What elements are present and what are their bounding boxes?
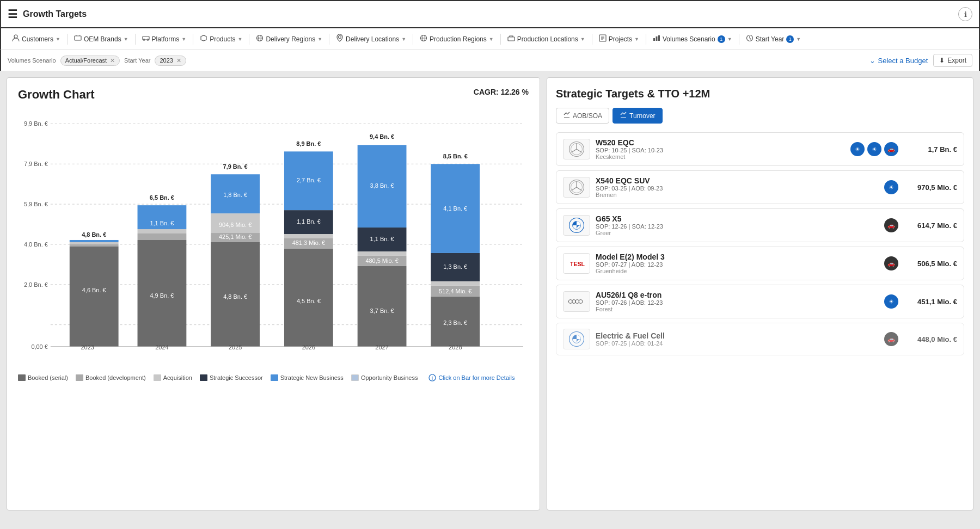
card-sop-efc: SOP: 07-25 | AOB: 01-24 — [596, 340, 879, 347]
legend-label-serial: Booked (serial) — [28, 374, 68, 381]
svg-line-80 — [572, 149, 577, 152]
filter-oem-brands[interactable]: OEM Brands ▼ — [70, 32, 133, 46]
chevron-down-icon: ▼ — [634, 36, 639, 42]
turnover-icon — [620, 111, 627, 120]
svg-rect-19 — [658, 35, 660, 41]
production-regions-icon — [420, 34, 427, 44]
card-sop-w520: SOP: 10-25 | SOA: 10-23 — [596, 147, 845, 153]
legend-label-successor: Strategic Successor — [210, 374, 263, 381]
legend-booked-serial: Booked (serial) — [18, 374, 68, 381]
divider — [592, 34, 592, 45]
bar-2023-blue[interactable] — [70, 240, 119, 242]
filter-delivery-locations[interactable]: Delivery Locations ▼ — [332, 32, 411, 46]
svg-text:5,9 Bn. €: 5,9 Bn. € — [24, 201, 48, 207]
svg-text:2028: 2028 — [449, 344, 462, 350]
card-model-w520: W520 EQC — [596, 138, 845, 147]
svg-text:425,1 Mio. €: 425,1 Mio. € — [219, 233, 252, 240]
targets-panel: Strategic Targets & TTO +12M AOB/SOA Tur… — [547, 77, 973, 510]
target-card-w520[interactable]: W520 EQC SOP: 10-25 | SOA: 10-23 Kecskem… — [556, 132, 964, 166]
start-year-tag[interactable]: 2023 ✕ — [155, 56, 186, 66]
filter-production-regions-label: Production Regions — [430, 35, 487, 43]
chevron-down-icon: ▼ — [238, 36, 243, 42]
card-info-model3: Model E(2) Model 3 SOP: 07-27 | AOB: 12-… — [596, 253, 879, 274]
svg-text:2024: 2024 — [155, 344, 168, 350]
app-header: ☰ Growth Targets ℹ — [0, 0, 980, 28]
filter-products[interactable]: Products ▼ — [195, 32, 247, 46]
info-button[interactable]: ℹ — [958, 7, 972, 21]
card-value-efc: 448,0 Mio. € — [908, 335, 957, 343]
legend-swatch-new — [271, 374, 278, 381]
bmw-logo-g65 — [563, 215, 590, 236]
legend-swatch-serial — [18, 374, 26, 381]
chart-title: Growth Chart — [18, 88, 95, 102]
card-icons-x540: ☀ — [884, 180, 898, 194]
app-title: Growth Targets — [23, 9, 87, 19]
volumes-scenario-tag[interactable]: Actual/Forecast ✕ — [60, 56, 120, 66]
remove-volumes-scenario[interactable]: ✕ — [110, 57, 115, 64]
target-card-efc[interactable]: Electric & Fuel Cell SOP: 07-25 | AOB: 0… — [556, 323, 964, 355]
filter-start-year[interactable]: Start Year 1 ▼ — [742, 32, 806, 46]
tesla-logo: TESLA — [563, 253, 590, 274]
svg-text:1,1 Bn. €: 1,1 Bn. € — [150, 220, 174, 226]
filter-delivery-regions[interactable]: Delivery Regions ▼ — [252, 32, 327, 46]
svg-text:4,8 Bn. €: 4,8 Bn. € — [82, 231, 106, 238]
card-info-w520: W520 EQC SOP: 10-25 | SOA: 10-23 Kecskem… — [596, 138, 845, 160]
card-value-g65: 614,7 Mio. € — [908, 222, 957, 230]
remove-start-year[interactable]: ✕ — [176, 57, 181, 64]
bar-2026-acq[interactable] — [284, 234, 333, 238]
chevron-down-icon: ▼ — [401, 36, 406, 42]
svg-text:480,5 Mio. €: 480,5 Mio. € — [365, 257, 398, 264]
card-model-efc: Electric & Fuel Cell — [596, 331, 879, 340]
filter-customers[interactable]: Customers ▼ — [8, 32, 65, 46]
projects-icon — [599, 34, 607, 44]
bar-2023-serial[interactable] — [70, 247, 119, 347]
delivery-regions-icon — [256, 34, 264, 44]
target-card-x540[interactable]: X540 EQC SUV SOP: 03-25 | AOB: 09-23 Bre… — [556, 170, 964, 204]
car-icon-g65: 🚗 — [884, 218, 898, 232]
chevron-down-icon: ▼ — [56, 36, 60, 42]
svg-text:1,3 Bn. €: 1,3 Bn. € — [443, 263, 467, 270]
bar-2024-dev[interactable] — [138, 233, 187, 240]
filter-platforms[interactable]: Platforms ▼ — [138, 32, 191, 46]
svg-text:0,00 €: 0,00 € — [31, 343, 48, 350]
oem-icon — [74, 34, 82, 44]
sun-icon-q8: ☀ — [884, 294, 898, 309]
legend-label-acq: Acquisition — [163, 374, 192, 381]
filter-production-locations[interactable]: Production Locations ▼ — [503, 32, 590, 46]
filter-volumes-scenario[interactable]: Volumes Scenario 1 ▼ — [648, 32, 737, 46]
card-icons-w520: ☀ ☀ 🚗 — [850, 142, 898, 156]
target-card-g65[interactable]: G65 X5 SOP: 12-26 | SOA: 12-23 Greer 🚗 6… — [556, 208, 964, 242]
export-button[interactable]: ⬇ Export — [933, 54, 972, 67]
bar-2023-acq[interactable] — [70, 242, 119, 244]
bar-2028-acq[interactable] — [431, 281, 480, 286]
chevron-down-icon: ⌄ — [869, 57, 875, 65]
card-icons-g65: 🚗 — [884, 218, 898, 232]
target-card-model3[interactable]: TESLA Model E(2) Model 3 SOP: 07-27 | AO… — [556, 247, 964, 280]
customers-icon — [12, 34, 20, 44]
select-budget-label: Select a Budget — [878, 57, 928, 65]
filter-bar: Customers ▼ OEM Brands ▼ Platforms ▼ Pro… — [0, 28, 980, 50]
bar-2027-serial[interactable] — [358, 266, 407, 347]
divider — [193, 34, 193, 45]
svg-text:8,9 Bn. €: 8,9 Bn. € — [296, 140, 321, 147]
legend-swatch-successor — [200, 374, 207, 381]
click-info[interactable]: i Click on Bar for more Details — [428, 374, 514, 382]
bar-2027-acq[interactable] — [358, 251, 407, 256]
select-budget-button[interactable]: ⌄ Select a Budget — [869, 57, 928, 65]
delivery-locations-icon — [336, 34, 344, 44]
divider — [413, 34, 413, 45]
filter-projects[interactable]: Projects ▼ — [595, 32, 644, 46]
click-info-label: Click on Bar for more Details — [438, 374, 514, 381]
card-location-x540: Bremen — [596, 192, 879, 198]
svg-line-85 — [572, 187, 577, 190]
bar-2024-acq[interactable] — [138, 229, 187, 233]
target-card-q8[interactable]: AU526/1 Q8 e-tron SOP: 07-26 | AOB: 12-2… — [556, 285, 964, 318]
tab-aob-soa[interactable]: AOB/SOA — [556, 108, 609, 124]
main-content: Growth Chart CAGR: 12.26 % 9,9 Bn. € 7,9… — [0, 71, 980, 517]
svg-point-0 — [14, 35, 17, 38]
svg-text:4,8 Bn. €: 4,8 Bn. € — [223, 293, 247, 300]
svg-text:7,9 Bn. €: 7,9 Bn. € — [223, 163, 248, 170]
filter-production-regions[interactable]: Production Regions ▼ — [415, 32, 498, 46]
bar-2023-dev[interactable] — [70, 244, 119, 247]
tab-turnover[interactable]: Turnover — [612, 108, 663, 124]
